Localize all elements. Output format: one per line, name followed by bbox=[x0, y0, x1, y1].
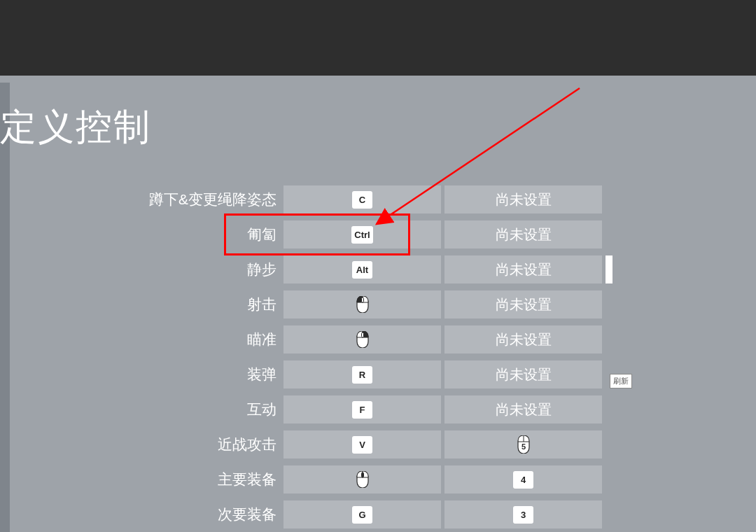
unset-label: 尚未设置 bbox=[496, 260, 552, 279]
binding-label: 装弹 bbox=[119, 360, 276, 388]
primary-binding-slot[interactable]: R bbox=[284, 360, 441, 388]
binding-label: 互动 bbox=[119, 396, 276, 424]
key-badge: Alt bbox=[352, 261, 372, 279]
svg-text:5: 5 bbox=[521, 442, 525, 451]
binding-row: 装弹 R 尚未设置 bbox=[119, 360, 602, 388]
key-badge: G bbox=[352, 506, 372, 524]
secondary-binding-slot[interactable]: 尚未设置 bbox=[444, 396, 602, 424]
primary-binding-slot[interactable] bbox=[284, 465, 441, 493]
svg-rect-5 bbox=[361, 472, 363, 477]
key-badge: 3 bbox=[513, 506, 533, 524]
binding-label: 近战攻击 bbox=[119, 430, 276, 458]
mouse-icon: 5 bbox=[515, 434, 532, 455]
primary-binding-slot[interactable]: V bbox=[284, 430, 441, 458]
primary-binding-slot[interactable]: F bbox=[284, 396, 441, 424]
binding-row: 近战攻击 V 5 bbox=[119, 430, 602, 458]
mouse-icon bbox=[354, 469, 371, 490]
key-badge: V bbox=[352, 436, 372, 454]
top-bar bbox=[0, 0, 756, 76]
scrollbar-track[interactable] bbox=[606, 186, 612, 528]
primary-binding-slot[interactable] bbox=[284, 290, 441, 318]
primary-binding-slot[interactable]: G bbox=[284, 500, 441, 528]
binding-row: 互动 F 尚未设置 bbox=[119, 396, 602, 424]
binding-row: 蹲下&变更绳降姿态 C 尚未设置 bbox=[119, 186, 602, 214]
secondary-binding-slot[interactable]: 5 bbox=[444, 430, 602, 458]
secondary-binding-slot[interactable]: 尚未设置 bbox=[444, 360, 602, 388]
unset-label: 尚未设置 bbox=[496, 365, 552, 384]
unset-label: 尚未设置 bbox=[496, 295, 552, 314]
unset-label: 尚未设置 bbox=[496, 400, 552, 419]
unset-label: 尚未设置 bbox=[496, 225, 552, 244]
primary-binding-slot[interactable]: Alt bbox=[284, 255, 441, 284]
binding-label: 匍匐 bbox=[119, 220, 276, 248]
key-badge: 4 bbox=[513, 471, 533, 489]
scrollbar-thumb[interactable] bbox=[606, 255, 612, 284]
binding-label: 次要装备 bbox=[119, 500, 276, 528]
bindings-list: 蹲下&变更绳降姿态 C 尚未设置 匍匐 Ctrl 尚未设置 静步 Alt 尚未设… bbox=[119, 186, 602, 532]
refresh-tooltip: 刷新 bbox=[610, 374, 632, 388]
binding-row: 瞄准 尚未设置 bbox=[119, 326, 602, 354]
binding-row: 次要装备 G 3 bbox=[119, 500, 602, 528]
binding-row: 主要装备 4 bbox=[119, 465, 602, 493]
svg-rect-0 bbox=[361, 298, 363, 302]
binding-row: 射击 尚未设置 bbox=[119, 290, 602, 318]
secondary-binding-slot[interactable]: 3 bbox=[444, 500, 602, 528]
secondary-binding-slot[interactable]: 尚未设置 bbox=[444, 326, 602, 354]
primary-binding-slot[interactable]: Ctrl bbox=[284, 220, 441, 248]
unset-label: 尚未设置 bbox=[496, 190, 552, 209]
binding-label: 射击 bbox=[119, 290, 276, 318]
secondary-binding-slot[interactable]: 尚未设置 bbox=[444, 186, 602, 214]
key-badge: Ctrl bbox=[351, 226, 372, 244]
key-badge: F bbox=[352, 401, 372, 419]
binding-row: 静步 Alt 尚未设置 bbox=[119, 255, 602, 284]
secondary-binding-slot[interactable]: 尚未设置 bbox=[444, 220, 602, 248]
secondary-binding-slot[interactable]: 尚未设置 bbox=[444, 255, 602, 284]
binding-label: 瞄准 bbox=[119, 326, 276, 354]
secondary-binding-slot[interactable]: 尚未设置 bbox=[444, 290, 602, 318]
primary-binding-slot[interactable] bbox=[284, 326, 441, 354]
key-badge: C bbox=[352, 191, 372, 209]
mouse-icon bbox=[354, 329, 371, 350]
primary-binding-slot[interactable]: C bbox=[284, 186, 441, 214]
binding-label: 蹲下&变更绳降姿态 bbox=[119, 186, 276, 214]
unset-label: 尚未设置 bbox=[496, 330, 552, 349]
secondary-binding-slot[interactable]: 4 bbox=[444, 465, 602, 493]
binding-label: 主要装备 bbox=[119, 465, 276, 493]
binding-row: 匍匐 Ctrl 尚未设置 bbox=[119, 220, 602, 248]
mouse-icon bbox=[354, 294, 371, 315]
key-badge: R bbox=[352, 366, 372, 384]
svg-rect-1 bbox=[361, 332, 363, 337]
page-title: 定义控制 bbox=[0, 103, 151, 152]
binding-label: 静步 bbox=[119, 255, 276, 284]
